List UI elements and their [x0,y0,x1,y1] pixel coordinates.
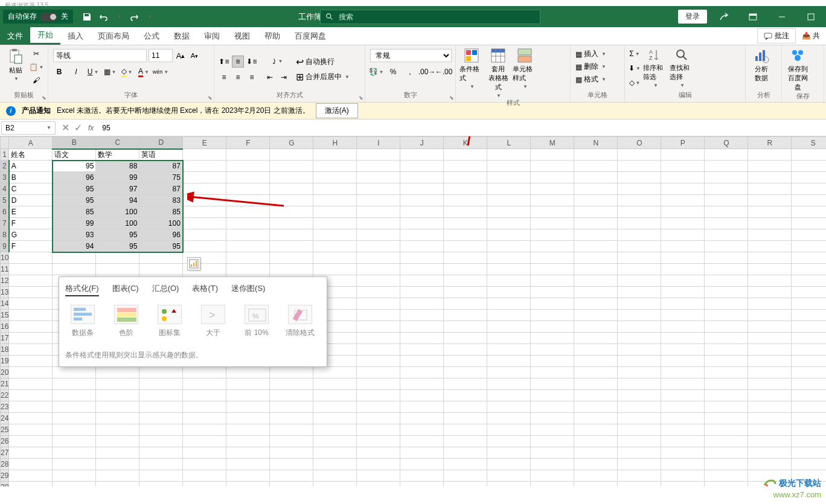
cell[interactable] [183,378,226,390]
cell[interactable] [9,470,53,482]
cell[interactable] [705,287,748,298]
cell[interactable] [226,161,270,172]
cell[interactable] [618,436,661,447]
cell[interactable] [618,333,661,344]
cell[interactable] [96,413,139,424]
row-header[interactable]: 11 [1,264,9,275]
tab-formulas[interactable]: 公式 [136,27,167,45]
cell[interactable] [574,401,618,413]
cancel-formula-icon[interactable]: ✕ [62,122,69,133]
cell[interactable] [400,470,444,482]
cell[interactable] [792,298,826,310]
cell[interactable] [661,333,705,344]
cell[interactable] [139,378,183,390]
cell[interactable] [705,333,748,344]
cell[interactable] [792,367,826,378]
column-header[interactable]: M [531,137,574,149]
cell[interactable] [400,413,444,424]
cell[interactable] [357,390,400,401]
cell[interactable] [661,459,705,470]
cell[interactable] [444,218,487,229]
cell[interactable] [183,424,226,436]
cell[interactable] [53,470,96,482]
enter-formula-icon[interactable]: ✓ [74,122,82,133]
cell[interactable] [705,447,748,459]
decrease-decimal-icon[interactable]: ←.00 [438,66,450,78]
cell[interactable] [400,264,444,275]
tab-review[interactable]: 审阅 [197,27,227,45]
cell[interactable] [270,424,313,436]
cell[interactable]: C [9,183,53,195]
cell[interactable] [313,482,357,487]
cell[interactable] [574,172,618,183]
cell[interactable] [661,229,705,241]
cell[interactable] [748,367,792,378]
accounting-icon[interactable]: 💱▼ [370,66,382,78]
cell[interactable] [618,459,661,470]
cell[interactable] [531,482,574,487]
cell[interactable] [313,241,357,252]
cell[interactable] [748,390,792,401]
cell[interactable] [661,321,705,333]
cell[interactable]: E [9,206,53,218]
cell[interactable] [183,206,226,218]
cell[interactable]: 93 [53,229,96,241]
cell[interactable] [9,401,53,413]
cell[interactable] [270,195,313,206]
column-header[interactable]: R [748,137,792,149]
cell[interactable] [748,310,792,321]
tab-help[interactable]: 帮助 [257,27,287,45]
cell[interactable]: 87 [139,183,183,195]
cell[interactable] [487,218,531,229]
cell[interactable] [705,344,748,356]
row-header[interactable]: 5 [1,195,9,206]
cell[interactable] [618,149,661,161]
cell[interactable] [9,378,53,390]
row-header[interactable]: 8 [1,229,9,241]
cell[interactable] [313,195,357,206]
cell[interactable] [487,333,531,344]
row-header[interactable]: 29 [1,470,9,482]
cell[interactable] [487,447,531,459]
cell[interactable] [270,149,313,161]
cell[interactable] [357,378,400,390]
cell[interactable] [661,436,705,447]
cell[interactable] [183,183,226,195]
cell[interactable] [357,275,400,287]
cell[interactable] [574,161,618,172]
bold-icon[interactable]: B [53,66,65,78]
row-header[interactable]: 9 [1,241,9,252]
cell[interactable] [531,229,574,241]
cell[interactable] [574,413,618,424]
formula-input[interactable]: 95 [100,124,826,132]
cell[interactable] [357,470,400,482]
column-header[interactable]: E [183,137,226,149]
cell[interactable]: 数学 [96,149,139,161]
cell[interactable] [313,172,357,183]
cell[interactable]: 95 [96,241,139,252]
cell[interactable] [270,470,313,482]
format-painter-icon[interactable]: 🖌 [30,74,42,86]
cell[interactable] [792,287,826,298]
row-header[interactable]: 3 [1,172,9,183]
cell[interactable] [400,344,444,356]
qa-opt-iconset[interactable]: 图标集 [152,305,187,338]
cell[interactable] [357,172,400,183]
cell[interactable] [748,229,792,241]
qa-opt-databar[interactable]: 数据条 [65,305,100,338]
cell[interactable] [400,333,444,344]
cell[interactable] [748,287,792,298]
cell[interactable] [400,482,444,487]
number-launcher-icon[interactable]: ⬊ [449,95,454,101]
cell[interactable] [444,298,487,310]
clipboard-launcher-icon[interactable]: ⬊ [42,95,46,101]
cell[interactable] [618,470,661,482]
cell[interactable] [53,447,96,459]
cell[interactable]: 100 [96,206,139,218]
cell[interactable] [618,275,661,287]
cell[interactable] [400,161,444,172]
column-header[interactable]: K [444,137,487,149]
cell[interactable] [487,356,531,367]
cell[interactable] [53,401,96,413]
cell[interactable] [661,252,705,264]
